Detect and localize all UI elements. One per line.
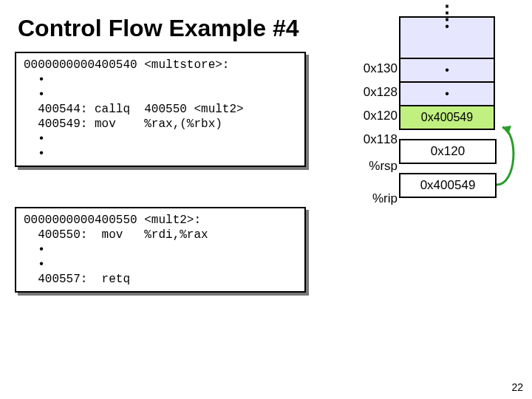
stack-cell-top: 0x400549 xyxy=(399,106,495,130)
code-line: 400550: mov %rdi,%rax xyxy=(24,228,208,242)
code-line: 400557: retq xyxy=(24,273,130,286)
stack-address-labels: 0x130 0x128 0x120 0x118 %rsp %rip xyxy=(346,16,398,211)
stack-addr: 0x120 xyxy=(346,104,398,128)
svg-marker-0 xyxy=(502,126,511,134)
rip-value: 0x400549 xyxy=(399,173,497,198)
stack-cell: • xyxy=(399,59,495,83)
code-block-mult2: 0000000000400550 <mult2>: 400550: mov %r… xyxy=(15,207,306,293)
rsp-label: %rsp xyxy=(346,154,398,178)
code-line: 0000000000400540 <multstore>: xyxy=(24,58,229,72)
rip-label: %rip xyxy=(346,187,398,211)
code-line: 400549: mov %rax,(%rbx) xyxy=(24,117,222,131)
page-title: Control Flow Example #4 xyxy=(18,15,299,42)
rsp-value: 0x120 xyxy=(399,139,497,164)
code-line: • xyxy=(24,147,45,160)
dots-above-icon: ⋮ xyxy=(399,9,495,16)
code-line: • xyxy=(24,88,45,101)
stack-column: • • • 0x400549 xyxy=(399,16,495,130)
stack-addr: 0x118 xyxy=(346,128,398,151)
code-line: 0000000000400550 <mult2>: xyxy=(24,214,201,227)
code-line: • xyxy=(24,258,45,271)
code-line: • xyxy=(24,243,45,256)
code-block-multstore: 0000000000400540 <multstore>: • • 400544… xyxy=(15,52,306,167)
page-number: 22 xyxy=(511,381,523,393)
stack-cell: • xyxy=(399,83,495,106)
code-line: • xyxy=(24,73,45,86)
code-line: • xyxy=(24,132,45,146)
code-line: 400544: callq 400550 <mult2> xyxy=(24,103,244,116)
stack-addr: 0x128 xyxy=(346,81,398,104)
stack-addr: 0x130 xyxy=(346,57,398,81)
